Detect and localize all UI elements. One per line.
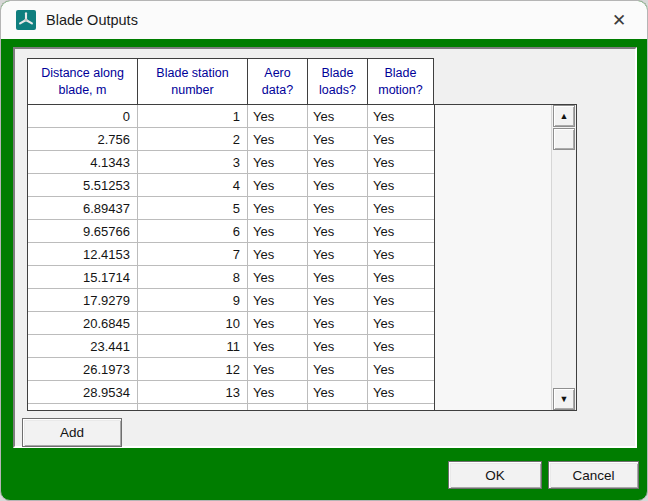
table-row: 17.9279 9 Yes Yes Yes — [28, 289, 434, 312]
cell-aero-data[interactable]: Yes — [248, 174, 308, 196]
cell-blade-loads[interactable]: Yes — [308, 243, 368, 265]
grid-data-region: 0 1 Yes Yes Yes 2.756 2 Yes Yes Yes 4.13… — [27, 104, 577, 411]
cell-aero-data[interactable]: Yes — [248, 404, 308, 410]
cell-blade-motion[interactable]: Yes — [368, 312, 434, 334]
cell-blade-motion[interactable]: Yes — [368, 266, 434, 288]
cell-blade-loads[interactable]: Yes — [308, 381, 368, 403]
cell-blade-motion[interactable]: Yes — [368, 174, 434, 196]
content-panel: Distance along blade, m Blade station nu… — [13, 47, 637, 448]
table-row: 2.756 2 Yes Yes Yes — [28, 128, 434, 151]
cell-distance[interactable]: 28.9534 — [28, 381, 138, 403]
table-row: 15.1714 8 Yes Yes Yes — [28, 266, 434, 289]
cell-blade-loads[interactable]: Yes — [308, 266, 368, 288]
cell-blade-loads[interactable]: Yes — [308, 335, 368, 357]
cell-station-number[interactable]: 14 — [138, 404, 248, 410]
cell-station-number[interactable]: 11 — [138, 335, 248, 357]
table-row: 28.9534 13 Yes Yes Yes — [28, 381, 434, 404]
cell-station-number[interactable]: 1 — [138, 105, 248, 127]
cell-aero-data[interactable]: Yes — [248, 358, 308, 380]
cell-station-number[interactable]: 6 — [138, 220, 248, 242]
cell-aero-data[interactable]: Yes — [248, 289, 308, 311]
table-row: 12.4153 7 Yes Yes Yes — [28, 243, 434, 266]
cell-station-number[interactable]: 5 — [138, 197, 248, 219]
cell-distance[interactable]: 4.1343 — [28, 151, 138, 173]
scrollbar-thumb[interactable] — [553, 128, 575, 150]
cell-blade-motion[interactable]: Yes — [368, 151, 434, 173]
cell-blade-motion[interactable]: Yes — [368, 128, 434, 150]
cell-distance[interactable]: 17.9279 — [28, 289, 138, 311]
cell-aero-data[interactable]: Yes — [248, 105, 308, 127]
cell-blade-loads[interactable]: Yes — [308, 220, 368, 242]
cell-aero-data[interactable]: Yes — [248, 335, 308, 357]
cell-distance[interactable]: 26.1973 — [28, 358, 138, 380]
cell-aero-data[interactable]: Yes — [248, 128, 308, 150]
vertical-scrollbar[interactable]: ▲ ▼ — [551, 105, 576, 410]
cell-aero-data[interactable]: Yes — [248, 220, 308, 242]
bladed-turbine-icon — [16, 10, 36, 30]
table-row: 31.7094 14 Yes Yes Yes — [28, 404, 434, 410]
cell-distance[interactable]: 5.51253 — [28, 174, 138, 196]
cell-blade-loads[interactable]: Yes — [308, 404, 368, 410]
add-button[interactable]: Add — [22, 418, 122, 447]
cell-blade-motion[interactable]: Yes — [368, 404, 434, 410]
cell-blade-motion[interactable]: Yes — [368, 289, 434, 311]
cell-distance[interactable]: 20.6845 — [28, 312, 138, 334]
cell-blade-motion[interactable]: Yes — [368, 105, 434, 127]
cell-blade-loads[interactable]: Yes — [308, 174, 368, 196]
table-rows: 0 1 Yes Yes Yes 2.756 2 Yes Yes Yes 4.13… — [28, 105, 435, 410]
cell-blade-loads[interactable]: Yes — [308, 358, 368, 380]
cell-blade-loads[interactable]: Yes — [308, 197, 368, 219]
cell-blade-loads[interactable]: Yes — [308, 289, 368, 311]
table-row: 23.441 11 Yes Yes Yes — [28, 335, 434, 358]
close-icon[interactable]: ✕ — [603, 5, 635, 35]
cell-blade-loads[interactable]: Yes — [308, 312, 368, 334]
cell-station-number[interactable]: 13 — [138, 381, 248, 403]
cell-aero-data[interactable]: Yes — [248, 312, 308, 334]
header-blade-station-number: Blade station number — [137, 58, 248, 105]
cell-station-number[interactable]: 7 — [138, 243, 248, 265]
cell-blade-loads[interactable]: Yes — [308, 105, 368, 127]
ok-button[interactable]: OK — [448, 461, 542, 489]
cell-aero-data[interactable]: Yes — [248, 151, 308, 173]
cell-blade-motion[interactable]: Yes — [368, 220, 434, 242]
cell-station-number[interactable]: 10 — [138, 312, 248, 334]
cell-distance[interactable]: 6.89437 — [28, 197, 138, 219]
table-row: 5.51253 4 Yes Yes Yes — [28, 174, 434, 197]
cell-blade-loads[interactable]: Yes — [308, 151, 368, 173]
table-row: 6.89437 5 Yes Yes Yes — [28, 197, 434, 220]
cancel-button[interactable]: Cancel — [548, 461, 639, 489]
cell-blade-loads[interactable]: Yes — [308, 128, 368, 150]
cell-aero-data[interactable]: Yes — [248, 381, 308, 403]
title-bar: Blade Outputs ✕ — [1, 1, 647, 39]
cell-distance[interactable]: 2.756 — [28, 128, 138, 150]
cell-station-number[interactable]: 2 — [138, 128, 248, 150]
table-row: 26.1973 12 Yes Yes Yes — [28, 358, 434, 381]
screen: Blade Outputs ✕ Distance along blade, m … — [0, 0, 648, 501]
cell-aero-data[interactable]: Yes — [248, 197, 308, 219]
cell-distance[interactable]: 0 — [28, 105, 138, 127]
cell-distance[interactable]: 12.4153 — [28, 243, 138, 265]
cell-aero-data[interactable]: Yes — [248, 266, 308, 288]
cell-blade-motion[interactable]: Yes — [368, 243, 434, 265]
scrollbar-down-icon[interactable]: ▼ — [553, 388, 575, 410]
header-aero-data: Aero data? — [247, 58, 308, 105]
cell-distance[interactable]: 31.7094 — [28, 404, 138, 410]
scrollbar-up-icon[interactable]: ▲ — [553, 105, 575, 127]
cell-station-number[interactable]: 12 — [138, 358, 248, 380]
cell-aero-data[interactable]: Yes — [248, 243, 308, 265]
cell-blade-motion[interactable]: Yes — [368, 335, 434, 357]
cell-station-number[interactable]: 3 — [138, 151, 248, 173]
cell-blade-motion[interactable]: Yes — [368, 197, 434, 219]
cell-blade-motion[interactable]: Yes — [368, 358, 434, 380]
grid-header-row: Distance along blade, m Blade station nu… — [27, 58, 434, 105]
cell-station-number[interactable]: 4 — [138, 174, 248, 196]
cell-distance[interactable]: 23.441 — [28, 335, 138, 357]
cell-distance[interactable]: 15.1714 — [28, 266, 138, 288]
window-title: Blade Outputs — [46, 12, 138, 28]
cell-station-number[interactable]: 8 — [138, 266, 248, 288]
table-row: 0 1 Yes Yes Yes — [28, 105, 434, 128]
cell-blade-motion[interactable]: Yes — [368, 381, 434, 403]
cell-station-number[interactable]: 9 — [138, 289, 248, 311]
cell-distance[interactable]: 9.65766 — [28, 220, 138, 242]
header-blade-loads: Blade loads? — [307, 58, 368, 105]
